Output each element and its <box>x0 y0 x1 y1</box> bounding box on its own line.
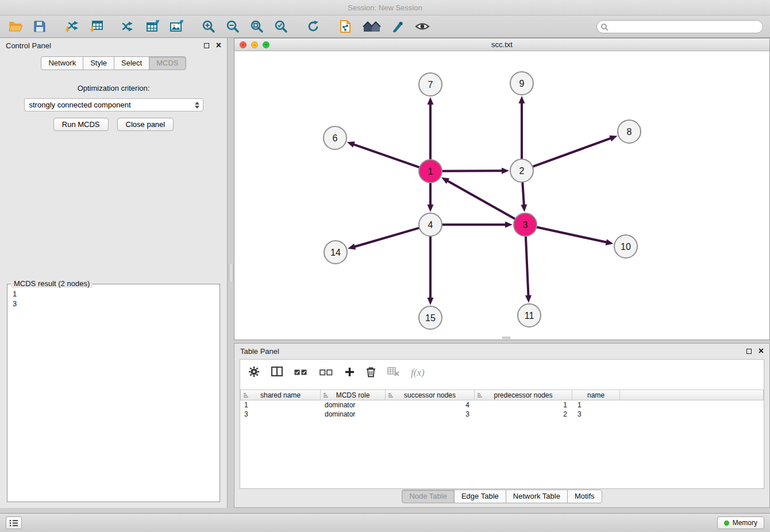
status-bar: Memory <box>0 513 770 532</box>
run-mcds-button[interactable]: Run MCDS <box>53 118 109 131</box>
select-all-columns-icon[interactable] <box>294 368 308 378</box>
search-icon <box>600 23 609 31</box>
unselect-all-columns-icon[interactable] <box>319 368 333 378</box>
zoom-in-icon[interactable] <box>200 18 217 35</box>
graph-edge-3-10[interactable] <box>537 227 606 242</box>
mcds-result-list: 1 3 <box>7 284 220 313</box>
zoom-fit-icon[interactable] <box>248 18 265 35</box>
delete-column-icon[interactable] <box>366 367 376 380</box>
graph-edge-2-3[interactable] <box>522 182 523 205</box>
node-table: shared name MCDS role successor nodes pr… <box>240 390 764 488</box>
graph-edge-1-6[interactable] <box>354 145 419 168</box>
cell-successor-nodes[interactable]: 3 <box>386 410 475 419</box>
mcds-result-line: 3 <box>13 299 214 309</box>
column-header-name[interactable]: name <box>572 390 620 400</box>
import-network-icon[interactable] <box>63 18 80 35</box>
export-table-icon[interactable] <box>144 18 161 35</box>
export-image-icon[interactable] <box>168 18 185 35</box>
graph-edge-arrow <box>502 168 509 174</box>
memory-button[interactable]: Memory <box>717 516 764 529</box>
graph-edge-arrow <box>519 96 525 103</box>
network-window-title: scc.txt <box>234 40 769 49</box>
graph-node-label: 15 <box>425 313 436 323</box>
graph-edge-1-2[interactable] <box>442 171 502 171</box>
cell-name[interactable]: 1 <box>572 400 620 410</box>
save-session-icon[interactable] <box>31 18 48 35</box>
show-columns-icon[interactable] <box>271 367 283 379</box>
first-neighbors-icon[interactable] <box>361 18 383 35</box>
control-panel-title: Control Panel <box>6 41 51 50</box>
tab-style[interactable]: Style <box>83 56 114 70</box>
float-panel-icon[interactable] <box>204 43 209 48</box>
cell-shared-name[interactable]: 1 <box>240 400 321 410</box>
export-network-icon[interactable] <box>120 18 137 35</box>
tab-edge-table[interactable]: Edge Table <box>454 489 506 503</box>
import-table-icon[interactable] <box>87 18 105 35</box>
column-header-successor-nodes[interactable]: successor nodes <box>386 390 475 400</box>
close-window-icon[interactable]: × <box>240 41 247 48</box>
network-window: × − + scc.txt 7968124314101511 <box>234 38 770 340</box>
graph-edge-arrow <box>428 97 434 105</box>
task-history-button[interactable] <box>6 516 22 529</box>
graph-edge-3-1[interactable] <box>448 181 515 219</box>
graph-node-label: 3 <box>523 220 528 230</box>
tab-network-table[interactable]: Network Table <box>506 489 568 503</box>
table-settings-gear-icon[interactable] <box>248 366 260 380</box>
criterion-select[interactable]: strongly connected component <box>24 98 203 111</box>
network-window-titlebar[interactable]: × − + scc.txt <box>234 38 769 51</box>
graph-edge-arrow <box>505 222 513 228</box>
column-header-mcds-role[interactable]: MCDS role <box>321 390 386 400</box>
tab-network[interactable]: Network <box>41 56 83 70</box>
graph-node-label: 11 <box>525 311 534 321</box>
tab-select[interactable]: Select <box>114 56 149 70</box>
document-network-icon[interactable] <box>337 18 354 35</box>
node-table-header: shared name MCDS role successor nodes pr… <box>240 390 764 400</box>
graph-edge-4-14[interactable] <box>355 228 419 247</box>
cell-successor-nodes[interactable]: 4 <box>386 400 475 410</box>
close-panel-icon[interactable]: × <box>216 41 221 49</box>
search-input[interactable] <box>596 20 763 33</box>
table-panel: Table Panel × <box>234 343 770 508</box>
table-row[interactable]: 1 dominator 4 1 1 <box>240 400 764 410</box>
show-hide-icon[interactable] <box>414 18 431 35</box>
graph-node-label: 2 <box>519 166 525 176</box>
cell-predecessor-nodes[interactable]: 1 <box>475 400 572 410</box>
main-toolbar <box>0 16 770 38</box>
zoom-selected-icon[interactable] <box>272 18 290 35</box>
tab-mcds[interactable]: MCDS <box>149 56 186 70</box>
graph-edge-arrow <box>525 295 532 303</box>
maximize-window-icon[interactable]: + <box>263 41 270 48</box>
column-header-predecessor-nodes[interactable]: predecessor nodes <box>475 390 572 400</box>
memory-label: Memory <box>733 519 757 527</box>
column-header-shared-name[interactable]: shared name <box>240 390 321 400</box>
delete-table-icon[interactable] <box>387 367 399 379</box>
network-window-grip[interactable] <box>502 337 510 339</box>
tab-node-table[interactable]: Node Table <box>402 489 455 503</box>
close-panel-button[interactable]: Close panel <box>117 118 174 131</box>
graph-edge-3-11[interactable] <box>526 236 529 295</box>
cell-mcds-role[interactable]: dominator <box>321 400 386 410</box>
cell-predecessor-nodes[interactable]: 2 <box>475 410 572 419</box>
network-canvas[interactable]: 7968124314101511 <box>234 51 769 340</box>
float-table-panel-icon[interactable] <box>746 349 752 354</box>
graph-node-label: 6 <box>333 133 338 143</box>
graph-edge-arrow <box>609 136 617 141</box>
graph-edge-2-8[interactable] <box>533 138 610 167</box>
minimize-window-icon[interactable]: − <box>251 41 258 48</box>
close-table-panel-icon[interactable]: × <box>759 347 764 355</box>
cell-mcds-role[interactable]: dominator <box>321 410 386 419</box>
tab-motifs[interactable]: Motifs <box>567 489 602 503</box>
zoom-out-icon[interactable] <box>224 18 241 35</box>
graph-edge-arrow <box>347 141 355 147</box>
table-row[interactable]: 3 dominator 3 2 3 <box>240 410 764 419</box>
panel-splitter[interactable] <box>229 264 233 282</box>
apply-style-icon[interactable] <box>390 18 407 35</box>
cell-name[interactable]: 3 <box>572 410 620 419</box>
table-toolbar: f(x) <box>240 360 764 385</box>
function-builder-icon[interactable]: f(x) <box>411 367 425 379</box>
create-column-icon[interactable] <box>345 367 355 379</box>
open-session-icon[interactable] <box>7 18 24 35</box>
refresh-layout-icon[interactable] <box>305 18 322 35</box>
cell-shared-name[interactable]: 3 <box>240 410 321 419</box>
list-icon <box>9 519 18 527</box>
